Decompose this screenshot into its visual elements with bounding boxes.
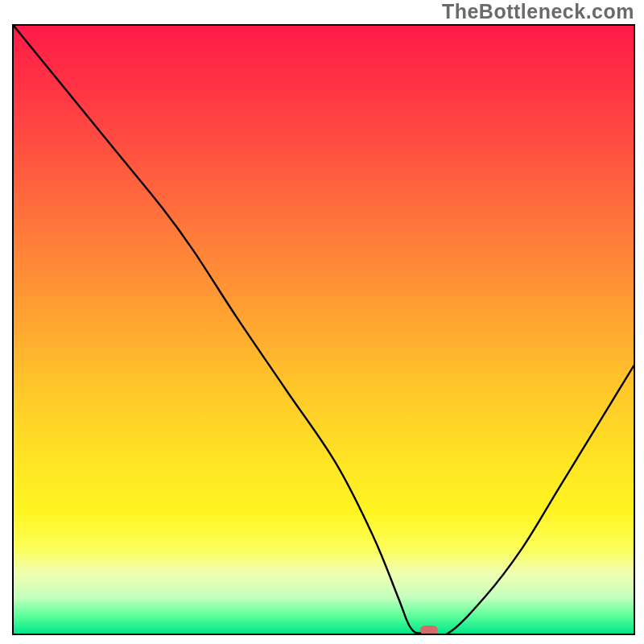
chart-container: TheBottleneck.com [0,0,644,644]
optimal-point-marker [420,625,438,635]
bottleneck-curve [14,26,634,634]
watermark-text: TheBottleneck.com [442,0,634,23]
plot-area [12,24,635,635]
